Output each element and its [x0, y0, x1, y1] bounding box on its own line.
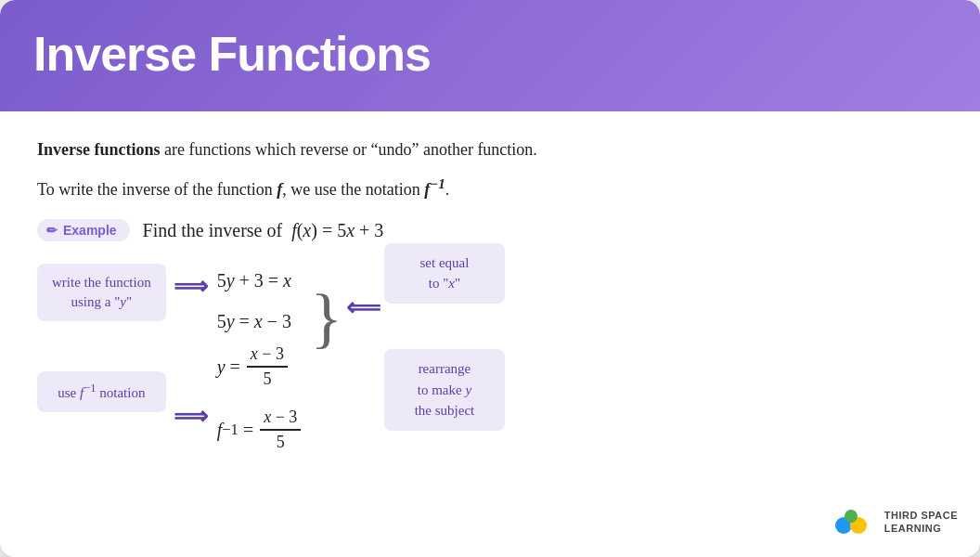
- math-column: 5y + 3 = x 5y = x − 3 y = x − 3 5 f−1 =: [217, 256, 303, 455]
- footer-area: THIRD SPACE LEARNING: [0, 490, 980, 557]
- right-label-1: set equalto "x": [384, 243, 505, 304]
- main-card: Inverse Functions Inverse functions are …: [0, 0, 980, 557]
- arrow-right-1: ⟹: [174, 272, 208, 301]
- inverse-notation: f−1: [424, 180, 445, 199]
- notation-line: To write the inverse of the function f, …: [37, 174, 943, 202]
- content-area: Inverse functions are functions which re…: [0, 111, 980, 490]
- left-labels: write the functionusing a "y" use f−1 no…: [37, 256, 166, 412]
- math-line-1: 5y + 3 = x: [217, 260, 303, 301]
- example-badge: ✏ Example: [37, 219, 130, 241]
- page-title: Inverse Functions: [33, 26, 947, 82]
- pencil-icon: ✏: [46, 223, 58, 238]
- example-row: ✏ Example Find the inverse of f(x) = 5x …: [37, 219, 943, 241]
- arrow-right-2: ⟹: [174, 402, 208, 431]
- definition-bold: Inverse functions: [37, 140, 161, 159]
- logo-area: THIRD SPACE LEARNING: [831, 499, 958, 544]
- brace-area: }: [310, 256, 342, 351]
- step1-label: write the functionusing a "y": [37, 264, 166, 321]
- math-line-4: f−1 = x − 3 5: [217, 405, 303, 455]
- fraction-2: x − 3 5: [260, 408, 301, 452]
- logo-text: THIRD SPACE LEARNING: [884, 509, 958, 536]
- example-problem: Find the inverse of f(x) = 5x + 3: [143, 220, 384, 241]
- arrows-right: ⟹ ⟹: [174, 256, 208, 436]
- tsl-logo: [831, 499, 875, 544]
- example-label: Example: [63, 223, 117, 238]
- definition-line1: Inverse functions are functions which re…: [37, 137, 943, 162]
- right-label-2: rearrangeto make ythe subject: [384, 349, 505, 431]
- function-f: f: [277, 180, 282, 199]
- step3-label: use f−1 notation: [37, 371, 166, 412]
- arrow-left-1: ⟸: [346, 293, 380, 322]
- definition-rest: are functions which reverse or “undo” an…: [161, 140, 537, 159]
- arrow-left-area: ⟸: [346, 256, 380, 322]
- diagram-area: write the functionusing a "y" use f−1 no…: [37, 256, 943, 455]
- header-section: Inverse Functions: [0, 0, 980, 111]
- math-line-3: y = x − 3 5: [217, 342, 303, 392]
- right-labels: set equalto "x" rearrangeto make ythe su…: [384, 253, 505, 427]
- math-line-2: 5y = x − 3: [217, 301, 303, 342]
- curly-brace: }: [310, 284, 342, 351]
- svg-point-2: [845, 510, 858, 523]
- fraction-1: x − 3 5: [247, 344, 288, 389]
